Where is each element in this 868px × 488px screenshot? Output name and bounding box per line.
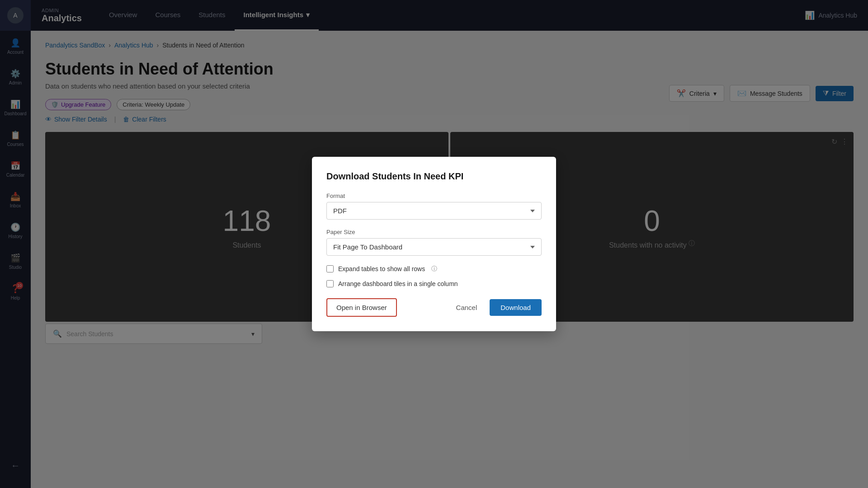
paper-size-group: Paper Size Fit Page To Dashboard Letter … (326, 229, 542, 256)
arrange-tiles-checkbox[interactable] (326, 280, 334, 287)
cancel-button[interactable]: Cancel (449, 299, 485, 316)
expand-tables-label: Expand tables to show all rows (338, 265, 425, 272)
paper-size-label: Paper Size (326, 229, 542, 235)
modal-title: Download Students In Need KPI (326, 171, 542, 182)
paper-size-select[interactable]: Fit Page To Dashboard Letter A4 Legal (326, 238, 542, 256)
format-group: Format PDF CSV Excel (326, 192, 542, 220)
download-button[interactable]: Download (490, 299, 542, 316)
arrange-tiles-row: Arrange dashboard tiles in a single colu… (326, 280, 542, 287)
open-in-browser-button[interactable]: Open in Browser (326, 298, 397, 317)
expand-tables-row: Expand tables to show all rows ⓘ (326, 265, 542, 273)
expand-tables-info-icon[interactable]: ⓘ (431, 265, 437, 273)
expand-tables-checkbox[interactable] (326, 265, 334, 272)
modal-actions: Open in Browser Cancel Download (326, 298, 542, 317)
format-label: Format (326, 192, 542, 199)
arrange-tiles-label: Arrange dashboard tiles in a single colu… (338, 280, 458, 287)
download-modal: Download Students In Need KPI Format PDF… (312, 157, 556, 331)
format-select[interactable]: PDF CSV Excel (326, 202, 542, 220)
